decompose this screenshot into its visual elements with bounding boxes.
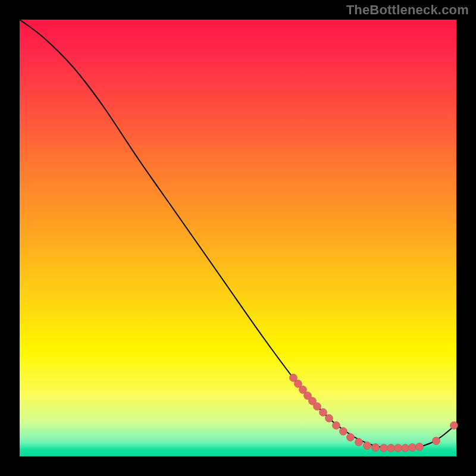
- curve-marker: [394, 444, 402, 452]
- curve-marker: [314, 403, 321, 411]
- plot-area: [20, 20, 456, 456]
- watermark-text: TheBottleneck.com: [346, 2, 469, 18]
- curve-marker: [333, 422, 340, 430]
- curve-marker: [387, 444, 395, 452]
- curve-marker: [409, 444, 416, 452]
- curve-marker: [347, 434, 355, 441]
- curve-marker: [433, 437, 440, 445]
- curve-marker: [450, 422, 458, 430]
- curve-marker: [355, 439, 363, 446]
- curve-marker: [320, 409, 327, 416]
- curve-marker: [364, 442, 371, 450]
- curve-marker: [340, 428, 347, 436]
- curve-marker: [402, 444, 409, 452]
- curve-marker: [325, 415, 333, 422]
- chart-frame: TheBottleneck.com: [0, 0, 476, 476]
- curve-marker: [416, 443, 424, 451]
- curve-marker: [372, 444, 380, 452]
- curve-svg: [20, 20, 456, 456]
- bottleneck-curve-line: [20, 20, 456, 448]
- curve-marker: [380, 444, 388, 452]
- marker-group: [290, 374, 458, 452]
